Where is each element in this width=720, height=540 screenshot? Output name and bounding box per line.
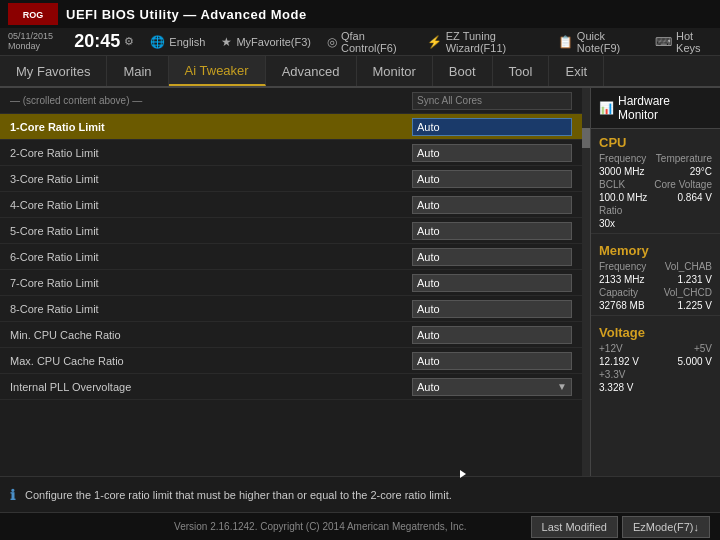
globe-icon: 🌐 xyxy=(150,35,165,49)
row-8-core-ratio[interactable]: 8-Core Ratio Limit Auto xyxy=(0,296,582,322)
fan-icon: ◎ xyxy=(327,35,337,49)
cpu-bclk-voltage-header: BCLK Core Voltage xyxy=(591,178,720,191)
scroll-thumb[interactable] xyxy=(582,128,590,148)
value-max-cpu-cache[interactable]: Auto xyxy=(412,352,572,370)
bottom-bar: Version 2.16.1242. Copyright (C) 2014 Am… xyxy=(0,512,720,540)
key-icon: ⌨ xyxy=(655,35,672,49)
volt-12v-5v-values: 12.192 V 5.000 V xyxy=(591,355,720,368)
datetime: 05/11/2015 Monday 20:45 ⚙ xyxy=(8,31,134,52)
bottom-buttons: Last Modified EzMode(F7)↓ xyxy=(531,516,710,538)
label-5-core-ratio: 5-Core Ratio Limit xyxy=(10,225,412,237)
description-text: Configure the 1-core ratio limit that mu… xyxy=(25,489,452,501)
value-1-core-ratio[interactable]: Auto xyxy=(412,118,572,136)
nav-advanced[interactable]: Advanced xyxy=(266,56,357,86)
hotkeys-item[interactable]: ⌨ Hot Keys xyxy=(655,30,712,54)
info-bar: 05/11/2015 Monday 20:45 ⚙ 🌐 English ★ My… xyxy=(0,28,720,56)
quicknote-label: Quick Note(F9) xyxy=(577,30,639,54)
cpu-bclk-voltage-values: 100.0 MHz 0.864 V xyxy=(591,191,720,204)
row-max-cpu-cache[interactable]: Max. CPU Cache Ratio Auto xyxy=(0,348,582,374)
label-7-core-ratio: 7-Core Ratio Limit xyxy=(10,277,412,289)
hotkeys-label: Hot Keys xyxy=(676,30,712,54)
dropdown-arrow-icon: ▼ xyxy=(557,381,567,392)
hw-divider-1 xyxy=(591,233,720,234)
mem-freq-chab-header: Frequency Vol_CHAB xyxy=(591,260,720,273)
row-5-core-ratio[interactable]: 5-Core Ratio Limit Auto xyxy=(0,218,582,244)
qfan-item[interactable]: ◎ Qfan Control(F6) xyxy=(327,30,411,54)
time-display: 20:45 xyxy=(74,31,120,52)
row-7-core-ratio[interactable]: 7-Core Ratio Limit Auto xyxy=(0,270,582,296)
settings-panel: — (scrolled content above) — Sync All Co… xyxy=(0,88,582,476)
nav-main[interactable]: Main xyxy=(107,56,168,86)
nav-tool[interactable]: Tool xyxy=(493,56,550,86)
label-6-core-ratio: 6-Core Ratio Limit xyxy=(10,251,412,263)
cpu-freq-temp-values: 3000 MHz 29°C xyxy=(591,165,720,178)
nav-my-favorites[interactable]: My Favorites xyxy=(0,56,107,86)
value-6-core-ratio[interactable]: Auto xyxy=(412,248,572,266)
language-item[interactable]: 🌐 English xyxy=(150,35,205,49)
label-min-cpu-cache: Min. CPU Cache Ratio xyxy=(10,329,412,341)
gear-icon[interactable]: ⚙ xyxy=(124,35,134,48)
volt-33v-value: 3.328 V xyxy=(591,381,720,394)
row-min-cpu-cache[interactable]: Min. CPU Cache Ratio Auto xyxy=(0,322,582,348)
value-min-cpu-cache[interactable]: Auto xyxy=(412,326,572,344)
hardware-monitor-panel: 📊 Hardware Monitor CPU Frequency Tempera… xyxy=(590,88,720,476)
hw-divider-2 xyxy=(591,315,720,316)
star-icon: ★ xyxy=(221,35,232,49)
value-2-core-ratio[interactable]: Auto xyxy=(412,144,572,162)
label-1-core-ratio: 1-Core Ratio Limit xyxy=(10,121,412,133)
value-internal-pll[interactable]: Auto ▼ xyxy=(412,378,572,396)
row-2-core-ratio[interactable]: 2-Core Ratio Limit Auto xyxy=(0,140,582,166)
quicknote-item[interactable]: 📋 Quick Note(F9) xyxy=(558,30,639,54)
myfavorite-label: MyFavorite(F3) xyxy=(236,36,311,48)
title-text: UEFI BIOS Utility — Advanced Mode xyxy=(66,7,307,22)
date-label: 05/11/2015 Monday xyxy=(8,32,68,52)
logo: ROG xyxy=(8,3,58,25)
description-bar: ℹ Configure the 1-core ratio limit that … xyxy=(0,476,720,512)
row-4-core-ratio[interactable]: 4-Core Ratio Limit Auto xyxy=(0,192,582,218)
row-6-core-ratio[interactable]: 6-Core Ratio Limit Auto xyxy=(0,244,582,270)
value-8-core-ratio[interactable]: Auto xyxy=(412,300,572,318)
nav-monitor[interactable]: Monitor xyxy=(357,56,433,86)
label-internal-pll: Internal PLL Overvoltage xyxy=(10,381,412,393)
language-label: English xyxy=(169,36,205,48)
nav-ai-tweaker[interactable]: Ai Tweaker xyxy=(169,56,266,86)
qfan-label: Qfan Control(F6) xyxy=(341,30,411,54)
copyright-text: Version 2.16.1242. Copyright (C) 2014 Am… xyxy=(110,521,531,532)
row-1-core-ratio[interactable]: 1-Core Ratio Limit Auto xyxy=(0,114,582,140)
nav-exit[interactable]: Exit xyxy=(549,56,604,86)
volt-12v-5v-header: +12V +5V xyxy=(591,342,720,355)
value-3-core-ratio[interactable]: Auto xyxy=(412,170,572,188)
label-2-core-ratio: 2-Core Ratio Limit xyxy=(10,147,412,159)
memory-section-title: Memory xyxy=(591,237,720,260)
mem-cap-chcd-header: Capacity Vol_CHCD xyxy=(591,286,720,299)
voltage-section-title: Voltage xyxy=(591,319,720,342)
value-4-core-ratio[interactable]: Auto xyxy=(412,196,572,214)
info-icon: ℹ xyxy=(10,487,15,503)
eztuning-label: EZ Tuning Wizard(F11) xyxy=(446,30,542,54)
scrollbar[interactable] xyxy=(582,88,590,476)
row-internal-pll[interactable]: Internal PLL Overvoltage Auto ▼ xyxy=(0,374,582,400)
nav-bar: My Favorites Main Ai Tweaker Advanced Mo… xyxy=(0,56,720,88)
cpu-section-title: CPU xyxy=(591,129,720,152)
myfavorite-item[interactable]: ★ MyFavorite(F3) xyxy=(221,35,311,49)
hw-monitor-title: 📊 Hardware Monitor xyxy=(591,88,720,129)
cpu-ratio-value: 30x xyxy=(591,217,720,230)
ez-mode-button[interactable]: EzMode(F7)↓ xyxy=(622,516,710,538)
label-3-core-ratio: 3-Core Ratio Limit xyxy=(10,173,412,185)
mem-cap-chcd-values: 32768 MB 1.225 V xyxy=(591,299,720,312)
value-5-core-ratio[interactable]: Auto xyxy=(412,222,572,240)
volt-33v-header: +3.3V xyxy=(591,368,720,381)
value-7-core-ratio[interactable]: Auto xyxy=(412,274,572,292)
ez-icon: ⚡ xyxy=(427,35,442,49)
title-bar: ROG UEFI BIOS Utility — Advanced Mode xyxy=(0,0,720,28)
label-8-core-ratio: 8-Core Ratio Limit xyxy=(10,303,412,315)
svg-text:ROG: ROG xyxy=(23,10,44,20)
last-modified-button[interactable]: Last Modified xyxy=(531,516,618,538)
eztuning-item[interactable]: ⚡ EZ Tuning Wizard(F11) xyxy=(427,30,542,54)
mem-freq-chab-values: 2133 MHz 1.231 V xyxy=(591,273,720,286)
label-4-core-ratio: 4-Core Ratio Limit xyxy=(10,199,412,211)
row-3-core-ratio[interactable]: 3-Core Ratio Limit Auto xyxy=(0,166,582,192)
label-max-cpu-cache: Max. CPU Cache Ratio xyxy=(10,355,412,367)
note-icon: 📋 xyxy=(558,35,573,49)
nav-boot[interactable]: Boot xyxy=(433,56,493,86)
